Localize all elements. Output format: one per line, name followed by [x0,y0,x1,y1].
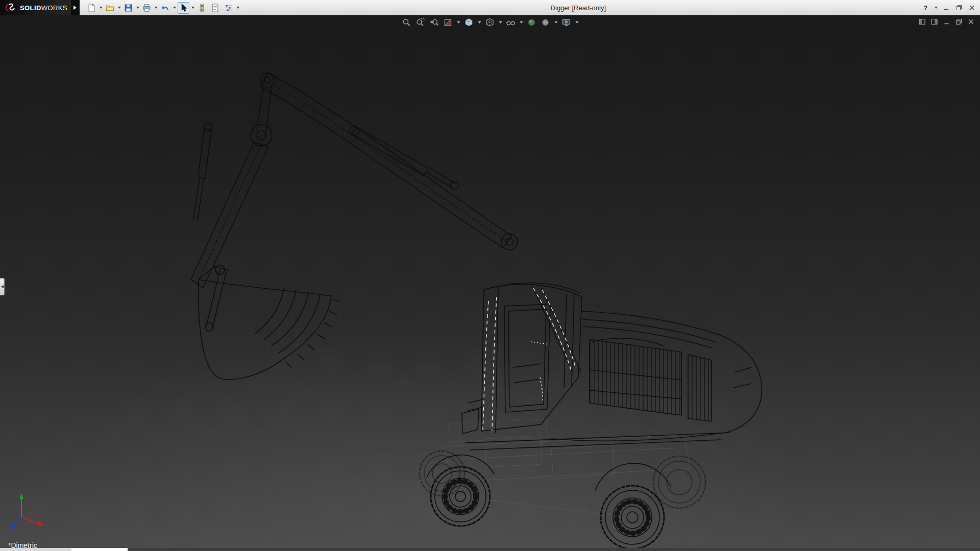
view-settings-dropdown-icon[interactable] [576,21,579,23]
help-dropdown-icon[interactable] [935,7,938,9]
close-window-button[interactable] [968,4,976,12]
previous-view-icon [430,18,439,27]
section-view-button[interactable] [443,17,453,28]
view-settings-icon [562,18,571,27]
excavator-wireframe [191,73,762,548]
view-settings-button[interactable] [561,17,572,28]
restore-document-button[interactable] [955,18,963,26]
zoom-to-fit-button[interactable] [402,17,412,28]
document-window-controls [918,18,975,26]
display-style-button[interactable] [485,17,495,28]
print-icon [142,4,151,12]
file-properties-button[interactable] [209,2,221,14]
section-view-icon [444,18,453,27]
brand-light: WORKS [41,4,67,12]
bucket-linkage-group [199,265,229,331]
minimize-document-button[interactable] [943,18,950,26]
orientation-triad [9,493,44,529]
restore-icon [956,5,962,11]
rebuild-button[interactable] [196,2,208,14]
stick-group [191,142,268,288]
heads-up-view-toolbar [402,17,579,28]
save-icon [124,4,133,12]
help-icon: ? [923,4,927,12]
select-cursor-icon [179,4,188,12]
select-button[interactable] [178,2,189,14]
edit-appearance-icon [527,18,536,27]
taskbar-sliver-left [0,548,71,551]
hide-show-items-button[interactable] [506,17,516,28]
zoom-to-area-icon [416,18,425,27]
select-dropdown-icon[interactable] [191,7,194,9]
solidworks-logo-icon [5,3,17,13]
restore-window-button[interactable] [955,4,963,12]
options-button[interactable] [223,2,234,14]
document-title: Digger [Read-only] [551,4,606,12]
close-document-button[interactable] [967,18,975,26]
split-pane-left-button[interactable] [918,18,926,26]
undo-dropdown-icon[interactable] [173,7,176,9]
stick-cylinder-group [193,123,212,221]
wheel-front-right [601,486,664,548]
zoom-to-area-button[interactable] [415,17,426,28]
previous-view-button[interactable] [429,17,439,28]
section-view-dropdown-icon[interactable] [457,21,460,23]
split-pane-left-icon [919,18,925,25]
hide-show-items-icon [506,18,516,27]
view-orientation-dropdown-icon[interactable] [478,21,481,23]
graphics-area[interactable]: *Dimetric [0,15,980,548]
apply-scene-dropdown-icon[interactable] [555,21,558,23]
save-dropdown-icon[interactable] [136,7,139,9]
taskbar-sliver-start [71,548,128,551]
apply-scene-icon [541,18,550,27]
wheel-back-right [653,456,705,508]
menu-flyout-icon [74,6,77,10]
new-document-button[interactable] [86,2,97,14]
help-button[interactable]: ? [921,4,929,12]
split-pane-right-icon [931,18,938,25]
feature-panel-collapse-tab[interactable] [0,278,5,295]
hide-show-dropdown-icon[interactable] [520,21,523,23]
boom-group [251,73,518,250]
new-dropdown-icon[interactable] [100,7,103,9]
view-orientation-label: *Dimetric [8,541,37,548]
taskbar-sliver-right [128,548,980,551]
new-document-icon [87,4,96,12]
apply-scene-button[interactable] [541,17,551,28]
standard-toolbar [80,2,239,14]
print-button[interactable] [141,2,153,14]
solidworks-window: SOLIDWORKS [0,0,980,551]
options-dropdown-icon[interactable] [236,7,239,9]
brand-bold: SOLID [20,4,41,12]
open-button[interactable] [104,2,116,14]
minimize-window-button[interactable] [942,4,950,12]
options-icon [224,4,233,12]
undo-button[interactable] [159,2,171,14]
file-properties-icon [211,4,219,12]
view-orientation-button[interactable] [464,17,474,28]
panel-collapse-icon [1,285,4,288]
brand-text: SOLIDWORKS [20,4,67,12]
save-button[interactable] [122,2,134,14]
print-dropdown-icon[interactable] [155,7,158,9]
minimize-icon [943,5,949,11]
engine-body-group [551,311,762,441]
view-orientation-icon [464,18,474,27]
split-pane-right-button[interactable] [930,18,938,26]
menu-flyout-button[interactable] [71,0,80,15]
taskbar-sliver [0,548,980,551]
solidworks-logo: SOLIDWORKS [0,0,71,15]
close-document-icon [968,18,974,25]
open-folder-icon [106,4,114,12]
bucket-group [199,280,340,380]
edit-appearance-button[interactable] [527,17,537,28]
viewport-canvas-drawing [0,15,980,548]
zoom-to-fit-icon [402,18,411,27]
open-dropdown-icon[interactable] [118,7,121,9]
restore-document-icon [955,18,962,25]
display-style-dropdown-icon[interactable] [499,21,502,23]
close-icon [969,5,975,11]
undo-icon [161,4,169,12]
display-style-icon [485,18,495,27]
minimize-document-icon [943,18,950,25]
